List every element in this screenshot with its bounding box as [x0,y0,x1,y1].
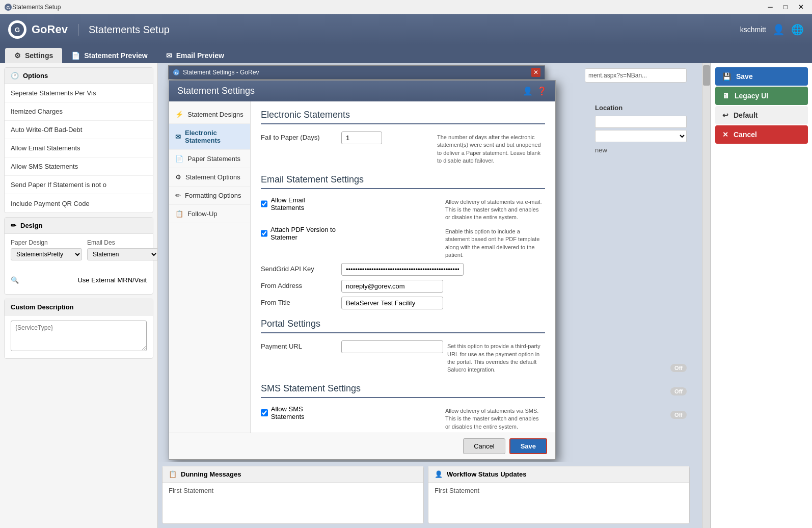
allow-sms-checkbox[interactable] [261,409,268,416]
cancel-icon: ✕ [722,130,728,139]
default-button[interactable]: ↩ Default [715,106,808,124]
from-address-row: From Address [261,280,545,293]
right-sidebar: 💾 Save 🖥 Legacy UI ↩ Default ✕ Cancel [710,63,812,528]
allow-email-checkbox-row: Allow Email Statements Allow delivery of… [261,196,545,222]
help-icon[interactable]: 🌐 [791,23,804,36]
nav-paper-icon: 📄 [175,155,183,163]
tab-settings[interactable]: ⚙ Settings [5,48,62,63]
portal-settings-title: Portal Settings [261,319,545,333]
user-icon[interactable]: 👤 [772,23,785,36]
save-sidebar-button[interactable]: 💾 Save [715,67,808,86]
tab-email-preview[interactable]: ✉ Email Preview [157,48,233,63]
clock-icon: 🕐 [11,72,19,80]
default-icon: ↩ [722,111,728,119]
allow-email-row: Allow Email Statements [5,139,153,157]
email-settings-title: Email Statement Settings [261,174,545,189]
off-badge-3: Off [670,411,687,419]
modal-controls: ✕ [531,68,540,77]
right-column: Location new [595,104,687,154]
separate-statements-row: Seperate Statements Per Vis [5,84,153,102]
statement-settings-dialog: Statement Settings 👤 ❓ ⚡ Statement Desig… [169,80,556,460]
sendgrid-input[interactable] [341,263,464,276]
design-section: ✏ Design Paper Design StatementsPretty E… [4,217,153,295]
design-content: Paper Design StatementsPretty Email Des … [5,234,153,294]
workflow-icon: 👤 [435,470,443,478]
email-design-select[interactable]: Statemen [87,248,158,260]
allow-sms-label: Allow SMS Statements [271,405,337,420]
sms-settings-title: SMS Statement Settings [261,383,545,398]
attach-pdf-desc: Enable this option to include a statemen… [445,226,545,259]
dialog-header: Statement Settings 👤 ❓ [169,81,555,101]
modal-title-bar: G Statement Settings - GoRev ✕ [169,66,545,79]
paper-design-select[interactable]: StatementsPretty [11,248,82,260]
dialog-user-icon[interactable]: 👤 [523,86,533,96]
workflow-status-panel: 👤 Workflow Status Updates First Statemen… [428,466,690,524]
logo-text: GoRev [32,23,68,36]
attach-pdf-checkbox[interactable] [261,230,267,237]
fail-to-paper-input[interactable] [341,131,382,144]
from-address-label: From Address [261,280,337,289]
nav-electronic-icon: ✉ [175,133,181,141]
dunning-header: 📋 Dunning Messages [163,466,423,483]
app-header: G GoRev Statements Setup kschmitt 👤 🌐 [0,14,812,45]
allow-sms-desc: Allow delivery of statements via SMS. Th… [445,405,545,431]
auto-writeoff-row: Auto Write-Off Bad-Debt [5,121,153,139]
from-title-input[interactable] [341,297,443,309]
itemized-charges-row: Itemized Charges [5,102,153,121]
dialog-nav: ⚡ Statement Designs ✉ Electronic Stateme… [169,101,251,433]
close-btn[interactable]: ✕ [794,2,808,13]
email-design-row: Email Des Statemen [87,239,158,260]
title-bar: G Statements Setup ─ □ ✕ [0,0,812,14]
title-bar-controls: ─ □ ✕ [763,2,808,13]
allow-email-checkbox[interactable] [261,200,267,207]
options-section: 🕐 Options Seperate Statements Per Vis It… [4,67,153,213]
payment-url-input[interactable] [341,340,443,353]
nav-follow-up[interactable]: 📋 Follow-Up [169,205,250,223]
cancel-button[interactable]: Cancel [463,438,505,454]
nav-statement-designs[interactable]: ⚡ Statement Designs [169,105,250,124]
fail-to-paper-label: Fail to Paper (Days) [261,131,337,141]
from-address-input[interactable] [341,280,443,293]
app-title: Statements Setup [78,24,170,36]
dialog-footer: Cancel Save [169,433,555,459]
maximize-btn[interactable]: □ [778,2,793,13]
off-badge-2: Off [670,387,687,395]
settings-icon: ⚙ [14,51,21,60]
center-area: ment.aspx?s=NBan... Location new Off Off… [158,63,702,528]
payment-url-label: Payment URL [261,340,337,350]
dialog-help-icon[interactable]: ❓ [537,86,547,96]
nav-designs-icon: ⚡ [175,111,183,118]
legacy-icon: 🖥 [722,92,729,100]
modal-title-icon: G [173,69,180,76]
custom-desc-content [5,315,153,358]
electronic-statements-title: Electronic Statements [261,110,545,124]
options-header: 🕐 Options [5,68,153,84]
cancel-sidebar-button[interactable]: ✕ Cancel [715,125,808,144]
title-bar-text: Statements Setup [12,4,61,11]
bottom-panels: 📋 Dunning Messages First Statement 👤 Wor… [158,462,694,528]
off-badge-1: Off [670,364,687,372]
nav-paper-statements[interactable]: 📄 Paper Statements [169,150,250,168]
external-mrn-row: 🔍 Use External MRN/Visit [11,271,147,289]
save-button[interactable]: Save [509,438,547,454]
nav-electronic-statements[interactable]: ✉ Electronic Statements [169,124,250,150]
nav-formatting-options[interactable]: ✏ Formatting Options [169,187,250,205]
header-right: kschmitt 👤 🌐 [740,23,804,36]
username: kschmitt [740,25,766,34]
allow-sms-checkbox-row: Allow SMS Statements Allow delivery of s… [261,405,545,431]
save-icon: 💾 [722,72,731,81]
legacy-ui-button[interactable]: 🖥 Legacy UI [715,87,808,105]
scroll-bar[interactable] [702,63,710,528]
from-title-label: From Title [261,297,337,306]
dunning-messages-panel: 📋 Dunning Messages First Statement [162,466,424,524]
minimize-btn[interactable]: ─ [763,2,777,13]
svg-text:G: G [175,71,178,75]
nav-statement-options[interactable]: ⚙ Statement Options [169,168,250,187]
dialog-body: ⚡ Statement Designs ✉ Electronic Stateme… [169,101,555,433]
custom-desc-input[interactable] [11,321,147,351]
from-title-row: From Title [261,297,545,309]
modal-close-btn[interactable]: ✕ [531,68,540,77]
fail-to-paper-desc: The number of days after the electronic … [437,131,545,165]
tab-statement-preview[interactable]: 📄 Statement Preview [62,48,157,63]
svg-text:G: G [6,5,10,10]
